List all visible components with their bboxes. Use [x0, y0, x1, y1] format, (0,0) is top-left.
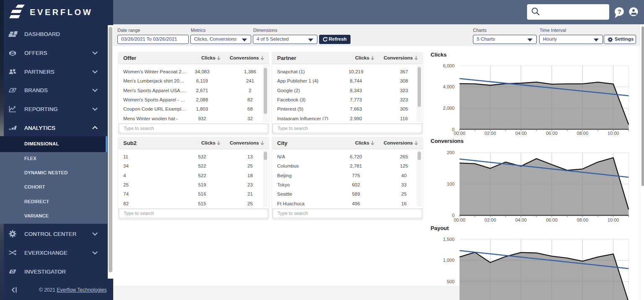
svg-text:04:00: 04:00 [515, 217, 527, 222]
svg-text:500: 500 [447, 279, 454, 284]
svg-text:06:00: 06:00 [546, 217, 558, 222]
svg-text:Conversions: Conversions [431, 138, 464, 144]
svg-text:Clicks: Clicks [431, 52, 447, 58]
svg-text:1,500: 1,500 [443, 237, 454, 242]
svg-text:?: ? [618, 8, 621, 15]
svg-text:00:00: 00:00 [454, 131, 465, 136]
svg-text:4,000: 4,000 [443, 84, 454, 89]
svg-text:02:00: 02:00 [485, 131, 496, 136]
svg-text:Payout: Payout [431, 225, 449, 231]
svg-text:6,000: 6,000 [443, 63, 454, 68]
svg-text:02:00: 02:00 [485, 217, 496, 222]
svg-text:1,000: 1,000 [443, 258, 454, 263]
svg-text:00:00: 00:00 [454, 217, 465, 222]
svg-text:08:00: 08:00 [577, 131, 589, 136]
svg-text:100: 100 [447, 181, 454, 186]
svg-text:08:00: 08:00 [577, 217, 589, 222]
svg-text:04:00: 04:00 [515, 131, 527, 136]
svg-text:10:00: 10:00 [608, 217, 619, 222]
svg-text:200: 200 [447, 150, 454, 155]
svg-text:2,000: 2,000 [443, 106, 454, 111]
svg-text:10:00: 10:00 [608, 131, 619, 136]
svg-text:06:00: 06:00 [546, 131, 558, 136]
